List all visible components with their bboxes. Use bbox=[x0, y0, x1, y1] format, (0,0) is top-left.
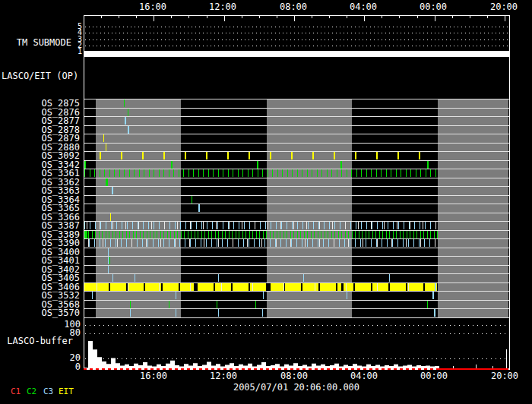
event-tick-green bbox=[352, 231, 353, 238]
event-tick-cyan bbox=[420, 222, 420, 229]
time-label-bottom: 04:00 bbox=[341, 371, 387, 381]
event-tick-cyan bbox=[340, 222, 340, 229]
event-tick-cyan bbox=[108, 257, 109, 264]
event-tick-green bbox=[252, 231, 253, 238]
time-tick bbox=[435, 15, 435, 21]
event-tick-green bbox=[104, 169, 105, 177]
event-tick-cyan bbox=[413, 239, 414, 247]
event-tick-cyan bbox=[218, 274, 219, 282]
event-tick-green bbox=[100, 169, 100, 177]
time-label-top: 16:00 bbox=[130, 2, 176, 12]
event-tick-green bbox=[293, 231, 294, 238]
event-tick-cyan bbox=[366, 222, 367, 229]
event-tick-cyan bbox=[179, 239, 180, 247]
event-tick-cyan bbox=[196, 222, 197, 229]
event-tick-cyan bbox=[271, 222, 271, 229]
event-tick-white bbox=[371, 222, 372, 229]
event-tick-yellow bbox=[106, 144, 106, 151]
event-tick-cyan bbox=[419, 239, 420, 247]
event-tick-cyan bbox=[127, 222, 128, 229]
event-tick-green bbox=[245, 231, 246, 238]
event-tick-green bbox=[169, 301, 169, 308]
event-tick-cyan bbox=[185, 222, 186, 229]
event-tick-cyan bbox=[112, 187, 113, 194]
event-tick-green bbox=[188, 169, 189, 177]
event-tick-green bbox=[304, 231, 305, 238]
event-tick-cyan bbox=[328, 239, 329, 247]
event-tick-green bbox=[167, 231, 168, 238]
event-tick-white bbox=[138, 222, 139, 229]
event-tick-green bbox=[386, 231, 387, 238]
event-tick-green bbox=[217, 301, 217, 308]
event-tick-green bbox=[318, 231, 318, 238]
event-tick-green bbox=[84, 231, 87, 238]
event-tick-green bbox=[171, 161, 173, 169]
event-tick-cyan bbox=[292, 222, 293, 229]
event-tick-green bbox=[268, 169, 268, 177]
row-separator bbox=[84, 265, 509, 266]
plot-border-top bbox=[84, 15, 510, 16]
event-tick-black bbox=[388, 283, 390, 291]
event-tick-green bbox=[173, 169, 174, 177]
event-tick-white bbox=[410, 222, 410, 229]
event-tick-black bbox=[214, 283, 215, 291]
event-tick-cyan bbox=[100, 239, 100, 247]
event-tick-green bbox=[375, 231, 376, 238]
event-tick-green bbox=[222, 231, 223, 238]
event-tick-green bbox=[130, 301, 131, 308]
event-tick-cyan bbox=[434, 309, 435, 317]
time-tick bbox=[277, 15, 277, 18]
event-tick-yellow bbox=[142, 152, 144, 159]
event-tick-cyan bbox=[366, 239, 366, 247]
event-tick-cyan bbox=[238, 239, 239, 247]
time-label-bottom: 08:00 bbox=[271, 371, 317, 381]
row-separator bbox=[84, 291, 509, 292]
event-tick-green bbox=[236, 231, 236, 238]
event-tick-green bbox=[391, 169, 391, 177]
time-tick bbox=[119, 15, 119, 18]
event-tick-green bbox=[287, 231, 287, 238]
event-tick-cyan bbox=[360, 239, 361, 247]
event-tick-white bbox=[88, 239, 89, 247]
time-label-bottom: 00:00 bbox=[411, 371, 457, 381]
event-tick-cyan bbox=[388, 222, 388, 229]
time-tick bbox=[101, 15, 102, 18]
event-tick-green bbox=[430, 169, 431, 177]
event-tick-green bbox=[143, 231, 144, 238]
event-tick-green bbox=[170, 231, 171, 238]
event-tick-yellow bbox=[206, 152, 207, 159]
event-tick-green bbox=[154, 231, 154, 238]
event-tick-green bbox=[232, 231, 233, 238]
time-tick bbox=[329, 15, 330, 18]
event-tick-yellow bbox=[355, 152, 356, 159]
row-separator bbox=[84, 99, 509, 99]
event-tick-green bbox=[106, 231, 106, 238]
event-tick-green bbox=[371, 169, 372, 177]
event-tick-white bbox=[190, 283, 191, 291]
event-tick-cyan bbox=[430, 222, 431, 229]
event-tick-cyan bbox=[201, 222, 202, 229]
event-tick-white bbox=[242, 222, 242, 229]
event-tick-white bbox=[233, 239, 233, 247]
time-tick bbox=[364, 15, 365, 21]
event-tick-cyan bbox=[243, 239, 244, 247]
time-tick bbox=[84, 15, 84, 21]
event-tick-cyan bbox=[361, 222, 362, 229]
event-tick-green bbox=[325, 231, 325, 238]
event-tick-cyan bbox=[244, 222, 245, 229]
event-tick-green bbox=[88, 231, 89, 238]
event-tick-green bbox=[427, 231, 428, 238]
event-tick-cyan bbox=[372, 222, 372, 229]
event-tick-black bbox=[231, 283, 233, 291]
event-tick-green bbox=[84, 161, 86, 169]
time-tick bbox=[312, 15, 312, 18]
event-tick-green bbox=[242, 231, 243, 238]
row-separator bbox=[84, 108, 509, 109]
event-tick-cyan bbox=[159, 222, 160, 229]
event-tick-cyan bbox=[239, 222, 239, 229]
legend-item: C2 bbox=[27, 387, 36, 396]
event-tick-green bbox=[312, 169, 312, 177]
event-tick-green bbox=[348, 231, 349, 238]
event-tick-white bbox=[408, 283, 409, 291]
time-label-top: 08:00 bbox=[271, 2, 316, 12]
